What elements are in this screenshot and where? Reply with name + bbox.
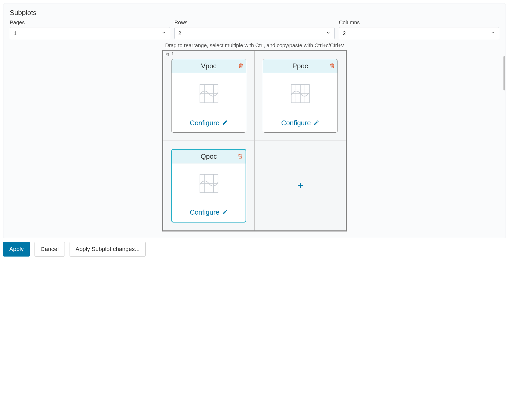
chart-placeholder-icon bbox=[198, 82, 220, 106]
chart-placeholder-icon bbox=[198, 172, 220, 196]
trash-icon[interactable] bbox=[238, 63, 243, 69]
subplot-grid: Vpoc bbox=[163, 51, 346, 230]
card-body bbox=[263, 73, 337, 115]
pages-group: Pages 1 bbox=[10, 20, 170, 39]
grid-cell[interactable]: Ppoc bbox=[254, 51, 346, 141]
plus-icon[interactable] bbox=[297, 182, 304, 190]
columns-label: Columns bbox=[339, 20, 499, 26]
card-header: Ppoc bbox=[263, 59, 337, 73]
subplot-card-vpoc[interactable]: Vpoc bbox=[171, 59, 246, 133]
rows-label: Rows bbox=[174, 20, 335, 26]
chevron-down-icon bbox=[491, 30, 495, 36]
card-title: Vpoc bbox=[201, 62, 217, 70]
apply-button[interactable]: Apply bbox=[3, 242, 30, 257]
cancel-label: Cancel bbox=[41, 246, 58, 253]
panel-title: Subplots bbox=[10, 9, 499, 17]
columns-select[interactable]: 2 bbox=[339, 27, 499, 39]
rows-value: 2 bbox=[178, 30, 181, 36]
rows-group: Rows 2 bbox=[174, 20, 335, 39]
configure-button[interactable]: Configure bbox=[263, 115, 337, 132]
card-title: Ppoc bbox=[292, 62, 308, 70]
cancel-button[interactable]: Cancel bbox=[35, 242, 65, 257]
chevron-down-icon bbox=[161, 30, 166, 36]
chevron-down-icon bbox=[326, 30, 331, 36]
configure-label: Configure bbox=[190, 119, 219, 127]
subplot-card-ppoc[interactable]: Ppoc bbox=[263, 59, 338, 133]
subplot-card-qpoc[interactable]: Qpoc bbox=[171, 149, 246, 223]
subplots-panel: Subplots Pages 1 Rows 2 Columns 2 bbox=[3, 3, 506, 238]
pages-select[interactable]: 1 bbox=[10, 27, 170, 39]
subplot-grid-container: pg. 1 Vpoc bbox=[162, 50, 347, 231]
trash-icon[interactable] bbox=[330, 63, 335, 69]
apply-subplot-changes-button[interactable]: Apply Subplot changes... bbox=[70, 242, 146, 257]
pencil-icon bbox=[222, 120, 228, 127]
apply-label: Apply bbox=[9, 246, 24, 253]
grid-cell-empty[interactable] bbox=[254, 141, 346, 230]
page-label: pg. 1 bbox=[164, 52, 174, 56]
columns-value: 2 bbox=[343, 30, 346, 36]
configure-label: Configure bbox=[281, 119, 311, 127]
pencil-icon bbox=[314, 120, 319, 127]
card-body bbox=[172, 163, 246, 205]
pencil-icon bbox=[222, 209, 228, 216]
controls-row: Pages 1 Rows 2 Columns 2 bbox=[10, 20, 499, 39]
actions-row: Apply Cancel Apply Subplot changes... bbox=[3, 238, 506, 262]
chart-placeholder-icon bbox=[289, 82, 312, 106]
rows-select[interactable]: 2 bbox=[174, 27, 335, 39]
configure-label: Configure bbox=[190, 208, 219, 216]
grid-cell[interactable]: Vpoc bbox=[163, 51, 254, 141]
card-title: Qpoc bbox=[200, 152, 217, 161]
pages-label: Pages bbox=[10, 20, 170, 26]
card-body bbox=[172, 73, 246, 115]
scrollbar[interactable] bbox=[503, 56, 505, 90]
columns-group: Columns 2 bbox=[339, 20, 499, 39]
pages-value: 1 bbox=[14, 30, 17, 36]
apply-subplot-label: Apply Subplot changes... bbox=[76, 246, 140, 253]
configure-button[interactable]: Configure bbox=[172, 115, 246, 132]
helper-text: Drag to rearrange, select multiple with … bbox=[10, 42, 499, 49]
card-header: Qpoc bbox=[172, 150, 246, 163]
configure-button[interactable]: Configure bbox=[172, 205, 246, 222]
grid-cell[interactable]: Qpoc bbox=[163, 141, 254, 230]
trash-icon[interactable] bbox=[238, 153, 243, 160]
card-header: Vpoc bbox=[172, 59, 246, 73]
